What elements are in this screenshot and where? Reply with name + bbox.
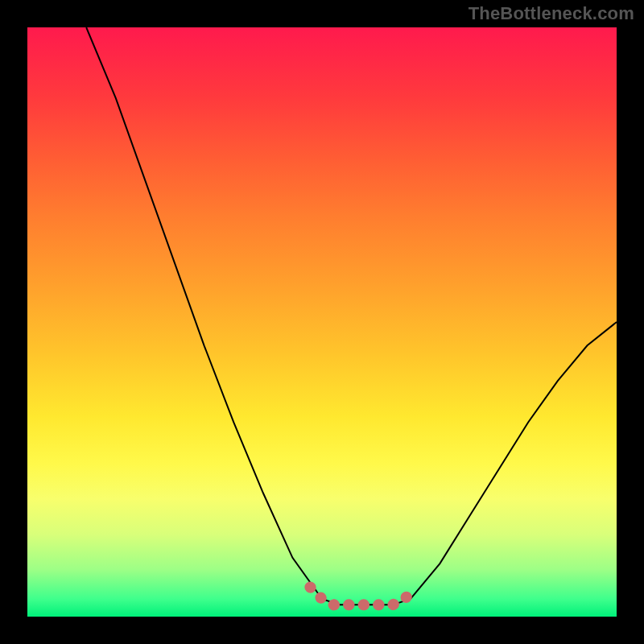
curve-right-branch bbox=[411, 322, 617, 599]
curve-layer bbox=[27, 27, 617, 617]
attribution-label: TheBottleneck.com bbox=[469, 3, 634, 24]
curve-left-branch bbox=[86, 27, 322, 599]
chart-frame: TheBottleneck.com bbox=[0, 0, 644, 644]
plot-area bbox=[27, 27, 617, 617]
